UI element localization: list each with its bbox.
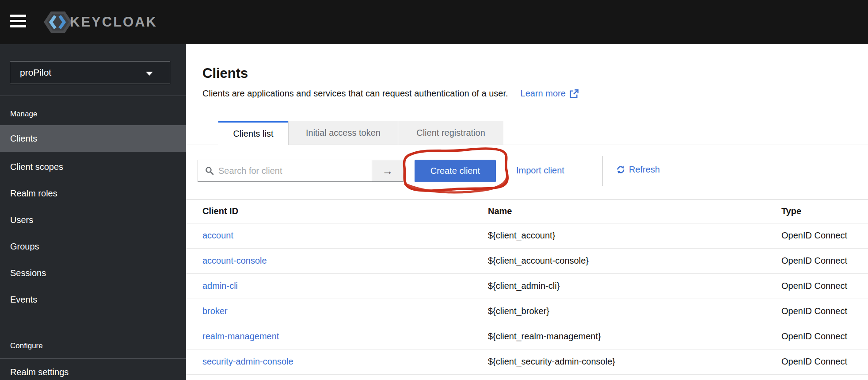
tab-label: Clients list xyxy=(233,129,273,139)
client-name: ${client_admin-cli} xyxy=(488,281,560,291)
nav-section-configure: Configure xyxy=(10,342,43,350)
sidebar-item-label: Events xyxy=(10,295,37,305)
sidebar: proPilot Manage Clients Client scopes Re… xyxy=(0,44,186,380)
sidebar-item-clients[interactable]: Clients xyxy=(0,125,186,152)
client-name: ${client_account-console} xyxy=(488,256,589,266)
sidebar-item-label: Users xyxy=(10,215,33,225)
sidebar-item-users[interactable]: Users xyxy=(0,207,186,233)
import-client-link[interactable]: Import client xyxy=(516,165,564,176)
keycloak-hexagon-icon xyxy=(43,10,72,35)
learn-more-link[interactable]: Learn more xyxy=(521,88,579,99)
search-submit-button[interactable]: → xyxy=(372,160,404,182)
tab-bar: Clients list Initial access token Client… xyxy=(186,121,868,145)
sidebar-divider xyxy=(0,96,186,96)
create-client-button[interactable]: Create client xyxy=(415,160,496,182)
client-id-link[interactable]: realm-management xyxy=(202,331,279,342)
tab-label: Client registration xyxy=(416,128,485,138)
realm-selector[interactable]: proPilot xyxy=(10,61,170,84)
realm-selector-value: proPilot xyxy=(20,67,51,78)
column-header-name: Name xyxy=(488,206,512,216)
tab-initial-access-token[interactable]: Initial access token xyxy=(288,121,398,145)
sidebar-item-label: Realm roles xyxy=(10,188,57,199)
sidebar-item-label: Groups xyxy=(10,242,39,252)
sidebar-item-sessions[interactable]: Sessions xyxy=(0,260,186,286)
client-name: ${client_broker} xyxy=(488,306,549,316)
client-type: OpenID Connect xyxy=(781,357,847,367)
chevron-down-icon xyxy=(146,72,153,76)
client-id-link[interactable]: account-console xyxy=(202,256,267,266)
refresh-label: Refresh xyxy=(629,165,660,175)
client-search-box xyxy=(198,160,372,182)
client-type: OpenID Connect xyxy=(781,256,847,266)
client-id-link[interactable]: admin-cli xyxy=(202,281,238,291)
masthead: KEYCLOAK xyxy=(0,0,868,44)
refresh-link[interactable]: Refresh xyxy=(616,165,660,175)
refresh-icon xyxy=(616,165,625,174)
logo-text: KEYCLOAK xyxy=(70,14,157,30)
table-row: admin-cli ${client_admin-cli} OpenID Con… xyxy=(186,274,868,299)
column-header-type: Type xyxy=(781,206,801,216)
client-id-link[interactable]: security-admin-console xyxy=(202,357,293,367)
tab-client-registration[interactable]: Client registration xyxy=(398,121,503,145)
table-row: account ${client_account} OpenID Connect xyxy=(186,223,868,249)
table-row: broker ${client_broker} OpenID Connect xyxy=(186,299,868,324)
client-id-link[interactable]: account xyxy=(202,230,233,241)
client-type: OpenID Connect xyxy=(781,281,847,291)
table-row: account-console ${client_account-console… xyxy=(186,249,868,274)
page-title: Clients xyxy=(202,65,248,81)
search-icon xyxy=(205,166,214,175)
sidebar-item-realm-settings[interactable]: Realm settings xyxy=(0,359,186,380)
sidebar-item-client-scopes[interactable]: Client scopes xyxy=(0,154,186,180)
search-input[interactable] xyxy=(218,166,372,176)
client-name: ${client_account} xyxy=(488,230,555,241)
sidebar-item-label: Clients xyxy=(10,134,37,144)
table-row: security-admin-console ${client_security… xyxy=(186,349,868,375)
keycloak-logo: KEYCLOAK xyxy=(43,10,157,35)
client-type: OpenID Connect xyxy=(781,230,847,241)
table-row: realm-management ${client_realm-manageme… xyxy=(186,324,868,349)
client-name: ${client_realm-management} xyxy=(488,331,601,342)
toolbar-divider xyxy=(602,156,603,186)
nav-section-manage: Manage xyxy=(10,110,37,119)
learn-more-label: Learn more xyxy=(521,88,566,99)
tab-label: Initial access token xyxy=(306,128,381,138)
main-content: Clients Clients are applications and ser… xyxy=(186,44,868,380)
client-name: ${client_security-admin-console} xyxy=(488,357,615,367)
sidebar-item-label: Sessions xyxy=(10,268,46,278)
sidebar-item-groups[interactable]: Groups xyxy=(0,233,186,260)
sidebar-item-events[interactable]: Events xyxy=(0,286,186,313)
sidebar-item-label: Client scopes xyxy=(10,162,63,172)
hamburger-menu-icon[interactable] xyxy=(10,15,26,28)
client-type: OpenID Connect xyxy=(781,331,847,342)
tab-clients-list[interactable]: Clients list xyxy=(218,121,288,145)
table-header-row: Client ID Name Type xyxy=(186,200,868,223)
sidebar-item-realm-roles[interactable]: Realm roles xyxy=(0,180,186,207)
external-link-icon xyxy=(569,89,579,99)
sidebar-item-label: Realm settings xyxy=(10,367,69,377)
page-description: Clients are applications and services th… xyxy=(202,88,508,99)
client-id-link[interactable]: broker xyxy=(202,306,228,316)
client-type: OpenID Connect xyxy=(781,306,847,316)
column-header-client-id: Client ID xyxy=(202,206,238,216)
